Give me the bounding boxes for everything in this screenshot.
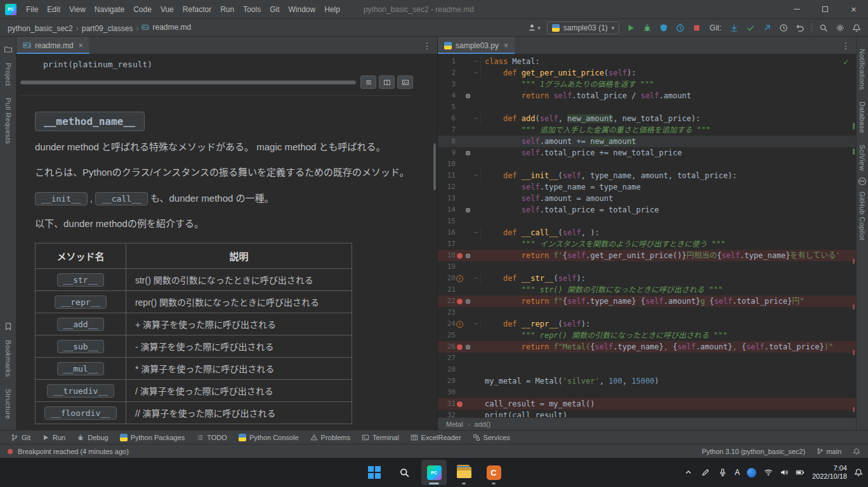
line-number[interactable]: 9 xyxy=(438,147,456,159)
code-line-22[interactable]: 22 return f"{self.type_name} {self.amoun… xyxy=(438,295,856,307)
code-line-29[interactable]: 29my_metal = Metal('silver', 100, 15000) xyxy=(438,375,856,387)
rollback-icon[interactable] xyxy=(795,23,805,33)
python-interpreter[interactable]: Python 3.10 (python_basic_sec2) xyxy=(702,448,805,455)
breadcrumb-item-readme-md[interactable]: readme.md xyxy=(140,23,192,32)
line-number[interactable]: 5 xyxy=(438,101,456,113)
line-number[interactable]: 23 xyxy=(438,307,456,318)
line-number[interactable]: 26 xyxy=(438,341,456,353)
ime-indicator[interactable]: A xyxy=(735,468,740,477)
breakpoint-icon[interactable] xyxy=(457,344,463,350)
menu-refactor[interactable]: Refactor xyxy=(178,5,216,14)
breadcrumb-item-part09-classes[interactable]: part09_classes xyxy=(81,24,135,33)
stripe-item-database[interactable]: Database xyxy=(858,101,866,133)
editor-view-button[interactable] xyxy=(360,75,376,89)
menu-vue[interactable]: Vue xyxy=(156,5,178,14)
line-number[interactable]: 27 xyxy=(438,353,456,364)
menu-run[interactable]: Run xyxy=(216,5,239,14)
line-number[interactable]: 21 xyxy=(438,284,456,295)
breadcrumb-class[interactable]: Metal xyxy=(446,420,463,428)
code-line-26[interactable]: 26 return f"Metal({self.type_name}, {sel… xyxy=(438,341,856,353)
code-line-12[interactable]: 12 self.type_name = type_name xyxy=(438,181,856,193)
line-number[interactable]: 8 xyxy=(438,136,456,147)
more-options-icon[interactable]: ⋮ xyxy=(836,41,856,51)
settings-icon[interactable] xyxy=(835,23,845,33)
git-update-icon[interactable] xyxy=(729,23,739,33)
fold-marker[interactable]: − xyxy=(472,170,481,181)
line-number[interactable]: 3 xyxy=(438,79,456,90)
menu-navigate[interactable]: Navigate xyxy=(90,5,129,14)
code-line-19[interactable]: 19 xyxy=(438,261,856,273)
tab-sample03[interactable]: sample03.py × xyxy=(438,37,515,54)
wifi-icon[interactable] xyxy=(763,467,773,477)
line-number[interactable]: 12 xyxy=(438,181,456,193)
search-icon[interactable] xyxy=(819,23,829,33)
breakpoint-icon[interactable] xyxy=(457,253,463,259)
pycharm-app-button[interactable]: PC xyxy=(421,460,447,485)
breadcrumb-item-python-basic-sec2[interactable]: python_basic_sec2 xyxy=(6,24,74,33)
stripe-item-notifications[interactable]: Notifications xyxy=(858,49,866,90)
code-line-5[interactable]: 5 xyxy=(438,101,856,113)
menu-code[interactable]: Code xyxy=(129,5,156,14)
line-number[interactable]: 6 xyxy=(438,113,456,124)
profiler-icon[interactable] xyxy=(675,23,685,33)
c-app-button[interactable]: C xyxy=(481,460,506,485)
code-line-27[interactable]: 27 xyxy=(438,353,856,364)
code-line-10[interactable]: 10 xyxy=(438,159,856,170)
override-marker-icon[interactable]: ↑ xyxy=(456,321,463,328)
git-push-icon[interactable] xyxy=(762,23,772,33)
code-line-25[interactable]: 25 """ repr() 関数の引数になったときに呼び出される """ xyxy=(438,330,856,341)
fold-marker[interactable]: − xyxy=(472,227,481,238)
maximize-button[interactable] xyxy=(811,0,839,18)
line-number[interactable]: 17 xyxy=(438,238,456,250)
code-line-4[interactable]: 4 return self.total_price / self.amount xyxy=(438,90,856,101)
stripe-item-github-copilot[interactable]: GitHub Copilot xyxy=(858,192,866,240)
code-line-31[interactable]: 31call_result = my_metal() xyxy=(438,398,856,410)
menu-window[interactable]: Window xyxy=(284,5,320,14)
error-stripe-mark[interactable] xyxy=(853,259,855,264)
tool-window-button-services[interactable]: Services xyxy=(467,431,516,444)
taskbar-search-button[interactable] xyxy=(391,460,417,485)
chevron-up-icon[interactable] xyxy=(683,467,694,477)
error-stripe-mark[interactable] xyxy=(853,350,855,355)
breakpoint-icon[interactable] xyxy=(457,299,463,304)
stripe-item-project[interactable]: Project xyxy=(4,63,12,86)
error-stripe-mark[interactable] xyxy=(853,148,855,155)
close-icon[interactable]: × xyxy=(504,41,508,50)
code-editor[interactable]: 1−class Metal:2− def get_per_unit_price(… xyxy=(438,55,856,417)
error-stripe-mark[interactable] xyxy=(853,123,855,129)
line-number[interactable]: 16 xyxy=(438,227,456,238)
line-number[interactable]: 10 xyxy=(438,159,456,170)
line-number[interactable]: 30 xyxy=(438,387,456,398)
code-line-18[interactable]: 18 return f'{self.get_per_unit_price()}円… xyxy=(438,250,856,261)
code-line-6[interactable]: 6− def add(self, new_amount, new_total_p… xyxy=(438,113,856,124)
code-line-8[interactable]: 8 self.amount += new_amount xyxy=(438,136,856,147)
fold-marker[interactable]: − xyxy=(472,273,481,284)
close-button[interactable]: × xyxy=(839,0,868,18)
tool-window-button-python-packages[interactable]: Python Packages xyxy=(114,431,191,444)
bell-icon[interactable] xyxy=(852,23,862,33)
stripe-item-bookmarks[interactable]: Bookmarks xyxy=(4,340,12,377)
tool-window-button-todo[interactable]: TODO xyxy=(190,431,233,444)
code-line-1[interactable]: 1−class Metal: xyxy=(438,56,856,67)
git-commit-icon[interactable] xyxy=(746,23,756,33)
notification-bell-icon[interactable] xyxy=(854,468,863,477)
line-number[interactable]: 13 xyxy=(438,193,456,204)
tool-window-button-python-console[interactable]: Python Console xyxy=(233,431,305,444)
line-number[interactable]: 14 xyxy=(438,204,456,216)
line-number[interactable]: 1 xyxy=(438,56,456,67)
taskbar-clock[interactable]: 7:04 2022/10/18 xyxy=(812,464,847,481)
inspection-ok-icon[interactable]: ✓ xyxy=(843,57,848,67)
code-line-11[interactable]: 11− def __init__(self, type_name, amount… xyxy=(438,170,856,181)
stop-icon[interactable] xyxy=(692,23,702,33)
more-options-icon[interactable]: ⋮ xyxy=(417,41,437,51)
line-number[interactable]: 18 xyxy=(438,250,456,261)
code-line-28[interactable]: 28 xyxy=(438,364,856,375)
code-line-7[interactable]: 7 """ 追加で入手した金属の重さと価格を追加する """ xyxy=(438,124,856,136)
coverage-icon[interactable] xyxy=(659,23,669,33)
debug-icon[interactable] xyxy=(642,23,652,33)
stripe-item-sciview[interactable]: SciView xyxy=(858,145,866,171)
tool-window-button-git[interactable]: Git xyxy=(5,431,36,444)
user-account-button[interactable]: ▾ xyxy=(528,23,541,32)
tool-window-button-debug[interactable]: Debug xyxy=(71,431,114,444)
error-stripe-mark[interactable] xyxy=(853,407,855,412)
